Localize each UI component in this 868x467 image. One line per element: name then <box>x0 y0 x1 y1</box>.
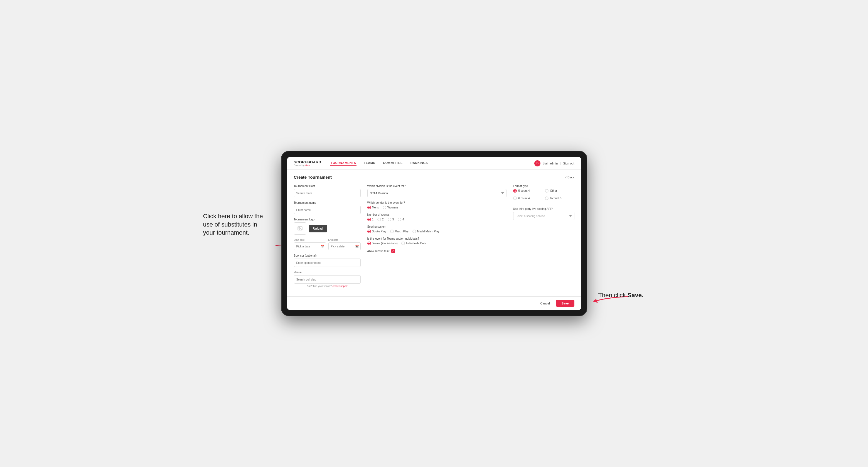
nav-committee[interactable]: COMMITTEE <box>382 161 403 165</box>
event-type-teams[interactable]: Teams (+Individuals) <box>367 242 398 245</box>
event-type-individuals[interactable]: Individuals Only <box>401 242 426 245</box>
format-other-radio[interactable] <box>545 189 549 193</box>
scoring-medal[interactable]: Medal Match Play <box>412 229 439 233</box>
sponsor-input[interactable] <box>294 258 361 267</box>
end-date-wrap: 📅 <box>329 242 361 250</box>
sign-out-link[interactable]: Sign out <box>563 162 574 165</box>
api-label: Use third-party live scoring API? <box>513 207 575 210</box>
tournament-name-group: Tournament name <box>294 201 361 214</box>
nav-teams[interactable]: TEAMS <box>363 161 376 165</box>
venue-label: Venue <box>294 271 361 274</box>
substitutes-group: Allow substitutes? ✓ <box>367 249 506 253</box>
rounds-1-radio[interactable] <box>367 218 371 221</box>
scoring-match-radio[interactable] <box>390 229 394 233</box>
format-other[interactable]: Other <box>545 189 575 193</box>
logo-placeholder <box>294 222 306 235</box>
end-date-group: End date 📅 <box>329 239 361 250</box>
rounds-4-radio[interactable] <box>398 218 401 221</box>
rounds-1[interactable]: 1 <box>367 218 374 221</box>
scoring-stroke-radio[interactable] <box>367 229 371 233</box>
date-row: Start date 📅 End date 📅 <box>294 239 361 250</box>
logo-upload-area: Upload <box>294 222 361 235</box>
substitutes-checkbox-label[interactable]: Allow substitutes? ✓ <box>367 249 506 253</box>
event-type-group: Is this event for Teams and/or Individua… <box>367 237 506 245</box>
rounds-2-radio[interactable] <box>377 218 381 221</box>
format-6count5[interactable]: 6 count 5 <box>545 196 575 200</box>
form-columns: Tournament Host Tournament name Tourname… <box>294 185 575 291</box>
right-column: Format type 5 count 4 Other <box>513 185 575 291</box>
gender-radio-group: Mens Womens <box>367 206 506 209</box>
svg-point-2 <box>299 227 300 228</box>
nav-user: B blair admin | Sign out <box>534 160 574 166</box>
sponsor-group: Sponsor (optional) <box>294 254 361 267</box>
division-group: Which division is the event for? NCAA Di… <box>367 185 506 197</box>
format-type-label: Format type <box>513 185 575 188</box>
rounds-label: Number of rounds <box>367 213 506 216</box>
event-type-teams-radio[interactable] <box>367 242 371 245</box>
rounds-radio-group: 1 2 3 <box>367 218 506 221</box>
division-select[interactable]: NCAA Division I <box>367 189 506 197</box>
logo: SCOREBOARD Powered by clippd <box>294 160 321 166</box>
cancel-button[interactable]: Cancel <box>537 300 553 307</box>
venue-email-link[interactable]: email support <box>333 285 348 287</box>
save-button[interactable]: Save <box>556 300 575 307</box>
tournament-logo-label: Tournament logo <box>294 218 361 221</box>
back-button[interactable]: < Back <box>565 176 575 179</box>
format-6count4-radio[interactable] <box>513 196 517 200</box>
rounds-3-radio[interactable] <box>388 218 391 221</box>
main-content: Create Tournament < Back Tournament Host… <box>287 170 581 297</box>
gender-mens-radio[interactable] <box>367 206 371 209</box>
venue-help: Can't find your venue? email support <box>294 285 361 287</box>
tablet-device: SCOREBOARD Powered by clippd TOURNAMENTS… <box>281 151 587 316</box>
annotation-right: Then click Save. <box>598 291 648 300</box>
tournament-name-input[interactable] <box>294 206 361 214</box>
tournament-host-label: Tournament Host <box>294 185 361 188</box>
tablet-screen: SCOREBOARD Powered by clippd TOURNAMENTS… <box>287 157 581 310</box>
calendar-icon: 📅 <box>320 245 324 248</box>
gender-mens[interactable]: Mens <box>367 206 379 209</box>
logo-powered: Powered by clippd <box>294 164 321 166</box>
tournament-host-input[interactable] <box>294 189 361 197</box>
format-5count4-radio[interactable] <box>513 189 517 193</box>
substitutes-label: Allow substitutes? <box>367 250 390 253</box>
svg-marker-3 <box>593 299 598 303</box>
page-header: Create Tournament < Back <box>294 175 575 180</box>
upload-button[interactable]: Upload <box>309 225 327 232</box>
scoring-service-select[interactable]: Select a scoring service <box>513 212 575 220</box>
gender-womens[interactable]: Womens <box>383 206 398 209</box>
scoring-group: Scoring system Stroke Play Match Play <box>367 225 506 233</box>
venue-input[interactable] <box>294 275 361 284</box>
division-label: Which division is the event for? <box>367 185 506 188</box>
format-5count4[interactable]: 5 count 4 <box>513 189 543 193</box>
rounds-group: Number of rounds 1 2 <box>367 213 506 221</box>
form-footer: Cancel Save <box>287 297 581 310</box>
user-name: blair admin <box>543 162 558 165</box>
nav-rankings[interactable]: RANKINGS <box>410 161 429 165</box>
venue-group: Venue Can't find your venue? email suppo… <box>294 271 361 287</box>
event-type-individuals-radio[interactable] <box>401 242 405 245</box>
tournament-name-label: Tournament name <box>294 201 361 204</box>
format-type-group: Format type 5 count 4 Other <box>513 185 575 203</box>
format-6count5-radio[interactable] <box>545 196 549 200</box>
left-column: Tournament Host Tournament name Tourname… <box>294 185 361 291</box>
rounds-2[interactable]: 2 <box>377 218 384 221</box>
gender-label: Which gender is the event for? <box>367 201 506 204</box>
rounds-4[interactable]: 4 <box>398 218 404 221</box>
substitutes-checkbox[interactable]: ✓ <box>391 249 395 253</box>
format-6count4[interactable]: 6 count 4 <box>513 196 543 200</box>
scoring-match[interactable]: Match Play <box>390 229 408 233</box>
start-date-group: Start date 📅 <box>294 239 326 250</box>
annotation-left: Click here to allow the use of substitut… <box>203 212 270 237</box>
api-group: Use third-party live scoring API? Select… <box>513 207 575 220</box>
scoring-stroke[interactable]: Stroke Play <box>367 229 386 233</box>
event-type-radio-group: Teams (+Individuals) Individuals Only <box>367 242 506 245</box>
sponsor-label: Sponsor (optional) <box>294 254 361 257</box>
scoring-medal-radio[interactable] <box>412 229 416 233</box>
event-type-label: Is this event for Teams and/or Individua… <box>367 237 506 240</box>
tournament-host-group: Tournament Host <box>294 185 361 197</box>
end-date-label: End date <box>329 239 361 241</box>
middle-column: Which division is the event for? NCAA Di… <box>367 185 506 291</box>
nav-tournaments[interactable]: TOURNAMENTS <box>330 161 356 165</box>
rounds-3[interactable]: 3 <box>388 218 394 221</box>
gender-womens-radio[interactable] <box>383 206 386 209</box>
